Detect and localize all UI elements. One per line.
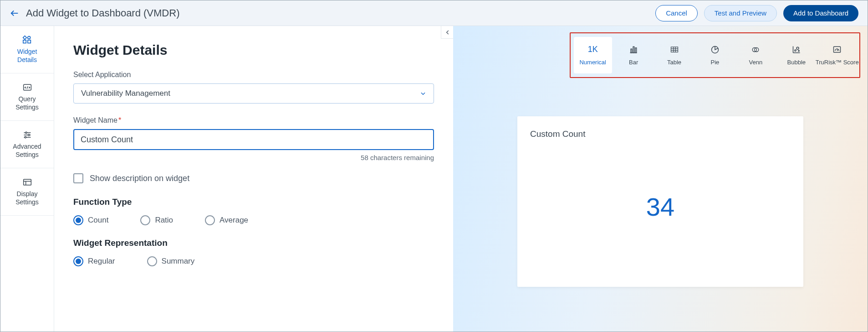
table-icon: [669, 45, 680, 54]
type-pie[interactable]: Pie: [696, 37, 734, 73]
radio-label: Summary: [162, 257, 195, 266]
cancel-button[interactable]: Cancel: [655, 5, 698, 21]
sliders-icon: [21, 130, 33, 140]
gauge-icon: [832, 45, 842, 54]
type-label: Pie: [711, 59, 720, 66]
header-actions: Cancel Test and Preview Add to Dashboard: [655, 5, 858, 21]
svg-point-12: [25, 136, 26, 138]
radio-label: Average: [220, 216, 248, 225]
radio-ratio[interactable]: Ratio: [140, 215, 173, 225]
bubble-chart-icon: [791, 45, 802, 54]
function-type-heading: Function Type: [73, 197, 434, 207]
type-bubble[interactable]: Bubble: [777, 37, 816, 73]
form-title: Widget Details: [73, 42, 434, 58]
code-icon: [21, 83, 33, 93]
layout-icon: [21, 177, 33, 187]
svg-point-30: [795, 50, 796, 51]
sidebar-item-label: Display Settings: [15, 190, 39, 206]
svg-rect-4: [23, 36, 26, 40]
radio-icon: [140, 215, 150, 225]
collapse-handle[interactable]: [441, 26, 454, 39]
select-application-dropdown[interactable]: Vulnerability Management: [73, 83, 434, 104]
svg-line-34: [837, 49, 838, 51]
svg-rect-20: [671, 47, 678, 52]
add-to-dashboard-button[interactable]: Add to Dashboard: [783, 5, 858, 21]
preview-panel: 1K Numerical Bar Table: [453, 26, 868, 332]
sidebar-item-advanced-settings[interactable]: Advanced Settings: [0, 121, 54, 168]
function-type-radios: Count Ratio Average: [73, 215, 434, 225]
svg-rect-17: [631, 49, 632, 52]
widget-representation-heading: Widget Representation: [73, 238, 434, 248]
svg-point-31: [797, 47, 799, 49]
page-title: Add Widget to Dashboard (VMDR): [26, 7, 179, 19]
pie-chart-icon: [710, 45, 720, 54]
sidebar-item-label: Widget Details: [17, 48, 37, 64]
type-label: Numerical: [579, 59, 606, 66]
select-application-label: Select Application: [73, 71, 434, 79]
sidebar-item-query-settings[interactable]: Query Settings: [0, 73, 54, 121]
radio-icon: [73, 256, 83, 266]
svg-rect-2: [27, 40, 30, 43]
sidebar: Widget Details Query Settings Advanced S…: [0, 26, 54, 332]
header-left: Add Widget to Dashboard (VMDR): [10, 7, 179, 19]
show-description-label: Show description on widget: [90, 174, 189, 183]
venn-icon: [750, 45, 761, 54]
widget-name-input[interactable]: [73, 129, 434, 150]
svg-point-10: [28, 134, 29, 135]
preview-number: 34: [646, 192, 674, 222]
preview-card-title: Custom Count: [530, 129, 791, 139]
radio-icon: [205, 215, 215, 225]
radio-icon: [147, 256, 157, 266]
svg-rect-1: [23, 40, 26, 43]
type-label: Bubble: [787, 59, 806, 66]
sidebar-item-label: Advanced Settings: [13, 143, 41, 159]
svg-point-32: [798, 50, 800, 52]
svg-point-3: [27, 36, 30, 39]
preview-card: Custom Count 34: [517, 116, 803, 287]
show-description-row: Show description on widget: [73, 173, 434, 183]
show-description-checkbox[interactable]: [73, 173, 83, 183]
header-bar: Add Widget to Dashboard (VMDR) Cancel Te…: [0, 0, 868, 26]
select-application-value: Vulnerability Management: [81, 89, 170, 98]
widget-name-label: Widget Name*: [73, 116, 434, 124]
svg-rect-19: [635, 47, 637, 52]
back-arrow-icon[interactable]: [10, 8, 20, 18]
numerical-icon: 1K: [587, 45, 598, 54]
type-label: Table: [667, 59, 681, 66]
type-trurisk-score[interactable]: TruRisk™ Score: [818, 37, 856, 73]
type-table[interactable]: Table: [655, 37, 694, 73]
main: Widget Details Query Settings Advanced S…: [0, 26, 868, 332]
type-venn[interactable]: Venn: [736, 37, 775, 73]
type-label: Bar: [629, 59, 638, 66]
sidebar-item-display-settings[interactable]: Display Settings: [0, 168, 54, 216]
test-preview-button[interactable]: Test and Preview: [704, 5, 777, 21]
widget-type-bar: 1K Numerical Bar Table: [570, 32, 860, 78]
form-panel: Widget Details Select Application Vulner…: [54, 26, 453, 332]
required-star: *: [118, 116, 121, 124]
type-label: TruRisk™ Score: [816, 59, 859, 66]
type-numerical[interactable]: 1K Numerical: [574, 37, 612, 73]
chars-remaining: 58 characters remaining: [73, 154, 434, 161]
type-bar[interactable]: Bar: [614, 37, 653, 73]
sidebar-item-label: Query Settings: [15, 95, 39, 111]
type-label: Venn: [749, 59, 763, 66]
radio-icon: [73, 215, 83, 225]
preview-number-wrap: 34: [530, 139, 791, 274]
svg-point-8: [25, 132, 26, 133]
radio-regular[interactable]: Regular: [73, 256, 115, 266]
radio-label: Ratio: [155, 216, 173, 225]
radio-count[interactable]: Count: [73, 215, 108, 225]
radio-average[interactable]: Average: [205, 215, 248, 225]
chevron-down-icon: [420, 90, 426, 97]
widget-name-label-text: Widget Name: [73, 116, 117, 124]
widget-representation-radios: Regular Summary: [73, 256, 434, 266]
sidebar-item-widget-details[interactable]: Widget Details: [0, 26, 54, 73]
svg-rect-18: [633, 47, 634, 52]
radio-label: Count: [88, 216, 108, 225]
svg-rect-13: [23, 179, 31, 185]
svg-rect-33: [834, 47, 841, 52]
widget-details-icon: [21, 35, 33, 45]
radio-label: Regular: [88, 257, 115, 266]
radio-summary[interactable]: Summary: [147, 256, 195, 266]
svg-line-6: [27, 87, 28, 89]
